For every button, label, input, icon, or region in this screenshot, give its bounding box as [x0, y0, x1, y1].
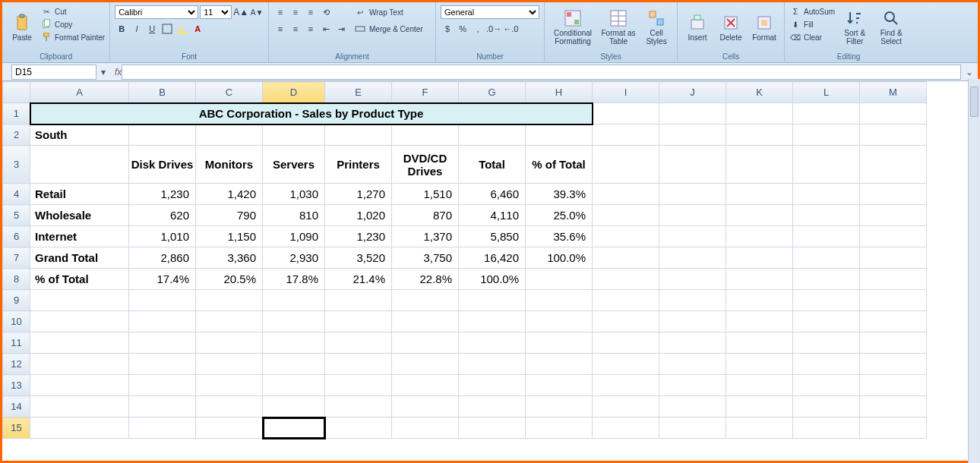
cell-D10[interactable] — [263, 311, 325, 332]
cell-A12[interactable] — [30, 354, 129, 375]
cell-F11[interactable] — [392, 332, 459, 354]
cell-K6[interactable] — [726, 226, 793, 247]
cell-F13[interactable] — [392, 375, 459, 396]
cut-button[interactable]: ✂ Cut — [40, 5, 105, 17]
find-select-button[interactable]: Find & Select — [874, 5, 908, 49]
grid[interactable]: ABCDEFGHIJKLM1ABC Corporation - Sales by… — [2, 81, 927, 439]
cell-D15[interactable] — [263, 417, 325, 439]
cell-K5[interactable] — [726, 205, 793, 226]
cell-H2[interactable] — [526, 124, 593, 146]
italic-button[interactable]: I — [130, 22, 144, 36]
paste-button[interactable]: Paste — [7, 5, 37, 49]
cell-E8[interactable]: 21.4% — [325, 269, 392, 290]
cell-H8[interactable] — [526, 269, 593, 290]
cell-F3[interactable]: DVD/CD Drives — [392, 146, 459, 184]
cell-G8[interactable]: 100.0% — [459, 269, 526, 290]
cell-L13[interactable] — [793, 375, 860, 396]
cell-B12[interactable] — [129, 354, 196, 375]
col-header-B[interactable]: B — [129, 82, 196, 103]
cell-A8[interactable]: % of Total — [30, 269, 129, 290]
cell-F9[interactable] — [392, 290, 459, 311]
cell-F12[interactable] — [392, 354, 459, 375]
format-as-table-button[interactable]: Format as Table — [599, 5, 637, 49]
row-header-15[interactable]: 15 — [3, 417, 30, 439]
increase-indent-button[interactable]: ⇥ — [334, 22, 348, 36]
fx-icon[interactable]: fx — [115, 67, 122, 77]
cell-C14[interactable] — [196, 396, 263, 417]
scrollbar-thumb[interactable] — [970, 87, 978, 117]
cell-K3[interactable] — [726, 146, 793, 184]
cell-F4[interactable]: 1,510 — [392, 184, 459, 205]
cell-K12[interactable] — [726, 354, 793, 375]
cell-B7[interactable]: 2,860 — [129, 247, 196, 269]
cell-B10[interactable] — [129, 311, 196, 332]
cell-E13[interactable] — [325, 375, 392, 396]
col-header-K[interactable]: K — [726, 82, 793, 103]
cell-G9[interactable] — [459, 290, 526, 311]
cell-G11[interactable] — [459, 332, 526, 354]
cell-E9[interactable] — [325, 290, 392, 311]
cell-K11[interactable] — [726, 332, 793, 354]
cell-A2[interactable]: South — [30, 124, 129, 146]
cell-E5[interactable]: 1,020 — [325, 205, 392, 226]
cell-L4[interactable] — [793, 184, 860, 205]
row-header-13[interactable]: 13 — [3, 375, 30, 396]
cell-H10[interactable] — [526, 311, 593, 332]
cell-D8[interactable]: 17.8% — [263, 269, 325, 290]
cell-A1[interactable]: ABC Corporation - Sales by Product Type — [30, 103, 593, 124]
row-header-12[interactable]: 12 — [3, 354, 30, 375]
cell-H12[interactable] — [526, 354, 593, 375]
col-header-D[interactable]: D — [263, 82, 325, 103]
cell-E12[interactable] — [325, 354, 392, 375]
name-box[interactable]: D15 — [11, 65, 96, 80]
cell-F15[interactable] — [392, 417, 459, 439]
row-header-8[interactable]: 8 — [3, 269, 30, 290]
cell-J3[interactable] — [659, 146, 726, 184]
cell-H11[interactable] — [526, 332, 593, 354]
cell-J4[interactable] — [659, 184, 726, 205]
orientation-button[interactable]: ⟲ — [319, 5, 333, 19]
cell-A9[interactable] — [30, 290, 129, 311]
cell-I12[interactable] — [593, 354, 659, 375]
cell-L5[interactable] — [793, 205, 860, 226]
expand-formula-bar-button[interactable]: ⌄ — [964, 67, 978, 77]
cell-C9[interactable] — [196, 290, 263, 311]
cell-G5[interactable]: 4,110 — [459, 205, 526, 226]
cell-G4[interactable]: 6,460 — [459, 184, 526, 205]
percent-button[interactable]: % — [456, 22, 469, 36]
cell-C15[interactable] — [196, 417, 263, 439]
cell-C12[interactable] — [196, 354, 263, 375]
cell-E10[interactable] — [325, 311, 392, 332]
cell-D11[interactable] — [263, 332, 325, 354]
cell-M13[interactable] — [860, 375, 927, 396]
cell-K13[interactable] — [726, 375, 793, 396]
cell-D2[interactable] — [263, 124, 325, 146]
col-header-A[interactable]: A — [30, 82, 129, 103]
row-header-7[interactable]: 7 — [3, 247, 30, 269]
cell-K14[interactable] — [726, 396, 793, 417]
underline-button[interactable]: U — [145, 22, 159, 36]
align-bottom-button[interactable]: ≡ — [304, 5, 318, 19]
col-header-H[interactable]: H — [526, 82, 593, 103]
cell-A15[interactable] — [30, 417, 129, 439]
cell-B6[interactable]: 1,010 — [129, 226, 196, 247]
cell-C8[interactable]: 20.5% — [196, 269, 263, 290]
col-header-F[interactable]: F — [392, 82, 459, 103]
font-color-button[interactable]: A — [191, 22, 204, 36]
cell-F2[interactable] — [392, 124, 459, 146]
cell-M8[interactable] — [860, 269, 927, 290]
col-header-G[interactable]: G — [459, 82, 526, 103]
font-name-select[interactable]: Calibri — [115, 5, 198, 19]
col-header-C[interactable]: C — [196, 82, 263, 103]
cell-A4[interactable]: Retail — [30, 184, 129, 205]
decrease-decimal-button[interactable]: ←.0 — [503, 22, 518, 36]
cell-H14[interactable] — [526, 396, 593, 417]
cell-D12[interactable] — [263, 354, 325, 375]
cell-K1[interactable] — [726, 103, 793, 124]
cell-I7[interactable] — [593, 247, 659, 269]
border-button[interactable] — [160, 22, 174, 36]
cell-E14[interactable] — [325, 396, 392, 417]
cell-G14[interactable] — [459, 396, 526, 417]
cell-C2[interactable] — [196, 124, 263, 146]
cell-E4[interactable]: 1,270 — [325, 184, 392, 205]
